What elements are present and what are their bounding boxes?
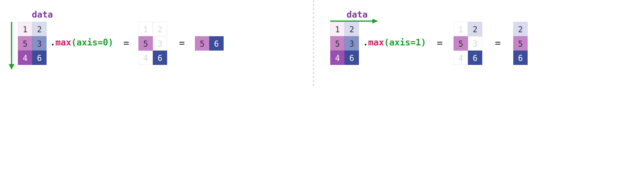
matrix-cell: 5 bbox=[195, 36, 209, 50]
matrix-cell: 4 bbox=[18, 50, 32, 65]
matrix-cell: 3 bbox=[32, 36, 46, 50]
vertical-divider bbox=[313, 0, 314, 87]
matrix-cell: 1 bbox=[454, 22, 468, 36]
matrix-cell: 6 bbox=[32, 50, 46, 65]
expr-close: ) bbox=[421, 38, 426, 48]
expr-arg: axis=0 bbox=[76, 38, 108, 48]
matrix-cell: 3 bbox=[153, 36, 167, 50]
matrix-cell: 6 bbox=[344, 50, 359, 65]
expr-arg: axis=1 bbox=[389, 38, 421, 48]
matrix-cell: 3 bbox=[344, 36, 359, 50]
equals-right-1: = bbox=[437, 38, 443, 48]
matrix-cell: 5 bbox=[454, 36, 468, 50]
matrix-cell: 4 bbox=[138, 50, 153, 65]
diagram-stage: data 125346 .max(axis=0) = 125346 = 56 d… bbox=[0, 0, 644, 87]
expr-open: ( bbox=[71, 38, 76, 48]
expr-func: max bbox=[56, 38, 72, 48]
equals-left-2: = bbox=[179, 38, 185, 48]
svg-marker-3 bbox=[372, 19, 378, 24]
matrix-cell: 5 bbox=[18, 36, 32, 50]
equals-right-2: = bbox=[495, 38, 501, 48]
matrix-cell: 6 bbox=[209, 36, 224, 50]
matrix-cell: 2 bbox=[468, 22, 482, 36]
svg-marker-1 bbox=[9, 64, 14, 70]
matrix-cell: 5 bbox=[138, 36, 153, 50]
expr-left: .max(axis=0) bbox=[50, 38, 114, 48]
expr-close: ) bbox=[108, 38, 114, 48]
matrix-cell: 1 bbox=[330, 22, 344, 36]
matrix-cell: 3 bbox=[468, 36, 482, 50]
matrix-cell: 2 bbox=[32, 22, 46, 36]
matrix-cell: 2 bbox=[344, 22, 359, 36]
matrix-cell: 4 bbox=[330, 50, 344, 65]
matrix-cell: 5 bbox=[330, 36, 344, 50]
expr-open: ( bbox=[384, 38, 389, 48]
expr-dot: . bbox=[363, 38, 368, 48]
expr-dot: . bbox=[50, 38, 56, 48]
data-label-left: data bbox=[32, 10, 53, 20]
arrow-down-icon bbox=[7, 22, 16, 70]
matrix-cell: 6 bbox=[513, 50, 528, 65]
matrix-cell: 6 bbox=[468, 50, 482, 65]
equals-left-1: = bbox=[123, 38, 129, 48]
matrix-cell: 1 bbox=[18, 22, 32, 36]
expr-func: max bbox=[368, 38, 384, 48]
matrix-cell: 6 bbox=[153, 50, 167, 65]
expr-right: .max(axis=1) bbox=[363, 38, 426, 48]
matrix-cell: 1 bbox=[138, 22, 153, 36]
matrix-cell: 2 bbox=[153, 22, 167, 36]
matrix-cell: 4 bbox=[454, 50, 468, 65]
matrix-cell: 5 bbox=[513, 36, 528, 50]
matrix-cell: 2 bbox=[513, 22, 528, 36]
